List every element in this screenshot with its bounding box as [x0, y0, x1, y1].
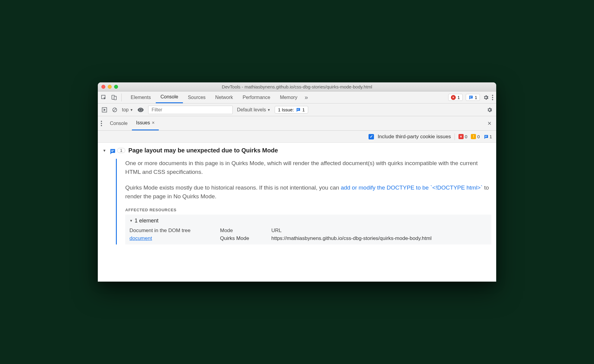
- chevron-down-icon: ▼: [267, 108, 270, 112]
- console-toolbar: top ▼ Default levels ▼ 1 Issue: 1: [98, 104, 496, 116]
- tab-console[interactable]: Console: [156, 91, 183, 103]
- affected-resources-table: Document in the DOM tree Mode URL docume…: [129, 226, 487, 241]
- url-value: https://mathiasbynens.github.io/css-dbg-…: [271, 235, 487, 241]
- issue-content: One or more documents in this page is in…: [116, 159, 491, 244]
- issue-body: ▼ 1 Page layout may be unexpected due to…: [98, 143, 496, 282]
- svg-rect-12: [485, 136, 487, 137]
- message-icon: [468, 95, 473, 100]
- warn-issue-count[interactable]: ! 0: [471, 134, 480, 139]
- issues-badge[interactable]: 1: [466, 94, 480, 101]
- main-tabs: Elements Console Sources Network Perform…: [98, 91, 496, 104]
- devtools-window: DevTools - mathiasbynens.github.io/css-d…: [98, 82, 496, 282]
- clear-console-icon[interactable]: [112, 107, 118, 113]
- error-icon: [451, 95, 456, 100]
- window-title: DevTools - mathiasbynens.github.io/css-d…: [98, 84, 496, 89]
- col-url: URL: [271, 226, 487, 235]
- issue-paragraph-2: Quirks Mode exists mostly due to histori…: [125, 183, 491, 201]
- issue-count-chip: 1: [117, 148, 125, 153]
- svg-rect-14: [111, 151, 113, 152]
- issue-title: Page layout may be unexpected due to Qui…: [128, 147, 278, 154]
- svg-rect-9: [297, 109, 299, 109]
- tab-memory[interactable]: Memory: [275, 91, 302, 103]
- doctype-help-link[interactable]: add or modify the DOCTYPE to be `<!DOCTY…: [341, 184, 483, 191]
- drawer-tab-issues[interactable]: Issues ×: [132, 116, 159, 130]
- close-drawer-icon[interactable]: ×: [486, 120, 493, 127]
- mode-value: Quirks Mode: [220, 235, 268, 241]
- tab-performance[interactable]: Performance: [238, 91, 275, 103]
- error-square-icon: ✕: [458, 134, 464, 139]
- message-icon: [484, 134, 488, 139]
- svg-line-7: [113, 108, 116, 111]
- inspect-icon[interactable]: [101, 94, 107, 101]
- live-expression-icon[interactable]: [137, 107, 144, 113]
- close-tab-icon[interactable]: ×: [152, 120, 155, 126]
- issue-header[interactable]: ▼ 1 Page layout may be unexpected due to…: [103, 147, 491, 154]
- context-selector[interactable]: top ▼: [122, 107, 133, 113]
- col-mode: Mode: [220, 226, 268, 235]
- drawer-tab-console[interactable]: Console: [106, 116, 132, 130]
- svg-rect-10: [297, 110, 299, 110]
- warn-square-icon: !: [471, 134, 476, 139]
- more-menu-icon[interactable]: [492, 95, 493, 100]
- message-icon: [296, 107, 301, 112]
- svg-rect-4: [470, 97, 471, 97]
- execute-icon[interactable]: [101, 107, 107, 113]
- document-link[interactable]: document: [129, 235, 152, 241]
- svg-rect-11: [485, 136, 487, 136]
- svg-point-8: [139, 109, 142, 111]
- filter-input[interactable]: [148, 106, 233, 114]
- drawer-more-icon[interactable]: [101, 121, 102, 126]
- console-settings-icon[interactable]: [487, 107, 493, 113]
- issue-paragraph-1: One or more documents in this page is in…: [125, 159, 491, 177]
- error-issue-count[interactable]: ✕ 0: [458, 134, 467, 139]
- issue-count: 1: [475, 95, 477, 100]
- thirdparty-checkbox[interactable]: [369, 134, 374, 139]
- svg-rect-3: [470, 96, 472, 97]
- device-toggle-icon[interactable]: [111, 94, 117, 101]
- error-count: 1: [457, 95, 460, 100]
- disclosure-triangle-icon[interactable]: ▼: [103, 148, 106, 153]
- errors-badge[interactable]: 1: [448, 94, 462, 101]
- drawer-tabs: Console Issues × ×: [98, 116, 496, 131]
- log-levels-selector[interactable]: Default levels ▼: [237, 107, 270, 113]
- tab-elements[interactable]: Elements: [126, 91, 156, 103]
- svg-rect-13: [111, 150, 114, 151]
- affected-resources-heading: AFFECTED RESOURCES: [125, 208, 491, 212]
- tab-sources[interactable]: Sources: [183, 91, 210, 103]
- disclosure-triangle-icon[interactable]: ▼: [129, 219, 133, 222]
- tab-network[interactable]: Network: [210, 91, 238, 103]
- col-document: Document in the DOM tree: [129, 226, 217, 235]
- titlebar: DevTools - mathiasbynens.github.io/css-d…: [98, 82, 496, 91]
- affected-resources-block: ▼ 1 element Document in the DOM tree Mod…: [125, 215, 491, 244]
- message-icon: [109, 148, 114, 153]
- info-issue-count[interactable]: 1: [484, 134, 492, 139]
- thirdparty-label: Include third-party cookie issues: [378, 134, 451, 140]
- element-group-header[interactable]: ▼ 1 element: [129, 218, 487, 224]
- issues-pill[interactable]: 1 Issue: 1: [275, 106, 308, 113]
- chevron-down-icon: ▼: [130, 108, 133, 112]
- more-tabs-icon[interactable]: »: [302, 94, 310, 101]
- issues-toolbar: Include third-party cookie issues ✕ 0 ! …: [98, 131, 496, 143]
- settings-icon[interactable]: [483, 94, 489, 101]
- svg-rect-2: [114, 96, 117, 100]
